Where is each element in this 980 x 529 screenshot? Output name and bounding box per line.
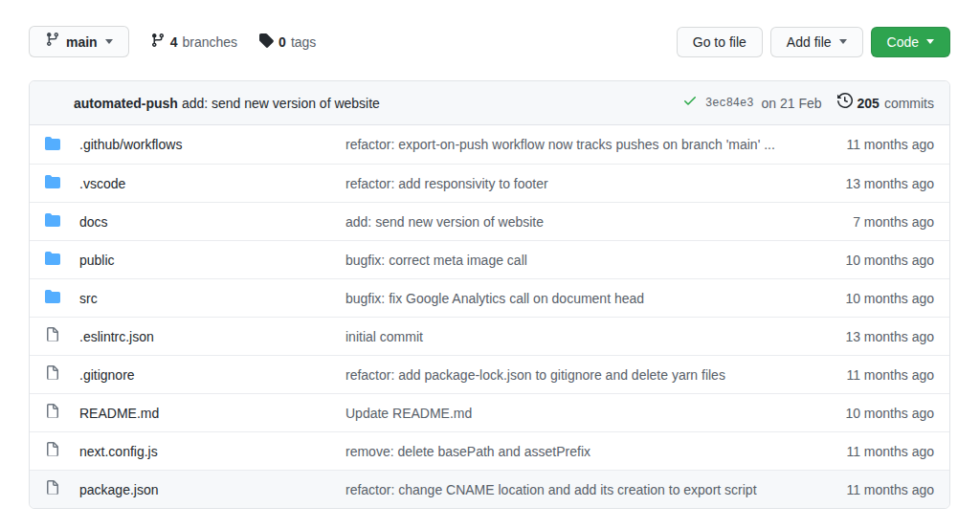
file-name-link[interactable]: README.md: [79, 406, 330, 421]
latest-commit-meta: 3ec84e3 on 21 Feb 205 commits: [682, 93, 934, 113]
row-icon-cell: [45, 404, 64, 422]
check-icon[interactable]: [682, 93, 698, 113]
tag-icon: [258, 33, 274, 51]
file-browser-box: automated-pushadd: send new version of w…: [29, 80, 950, 509]
commits-label: commits: [884, 94, 934, 113]
add-file-label: Add file: [787, 33, 832, 52]
file-commit-message-link[interactable]: Update README.md: [345, 406, 794, 421]
branch-selector-button[interactable]: main: [29, 26, 129, 57]
file-name-link[interactable]: public: [79, 253, 330, 268]
file-name-link[interactable]: docs: [79, 214, 330, 230]
file-age: 10 months ago: [810, 291, 934, 306]
file-age: 11 months ago: [810, 367, 934, 383]
file-name-link[interactable]: .eslintrc.json: [79, 329, 330, 344]
row-icon-cell: [45, 251, 64, 269]
file-name-link[interactable]: next.config.js: [79, 444, 330, 459]
file-icon: [45, 365, 60, 384]
add-file-button[interactable]: Add file: [770, 27, 863, 57]
commit-message-link[interactable]: add: send new version of website: [182, 96, 380, 111]
folder-icon: [45, 289, 60, 307]
file-commit-message-link[interactable]: remove: delete basePath and assetPrefix: [345, 444, 794, 459]
table-row: src bugfix: fix Google Analytics call on…: [30, 278, 949, 317]
folder-icon: [45, 174, 60, 192]
file-age: 10 months ago: [810, 406, 934, 421]
file-commit-message-link[interactable]: refactor: change CNAME location and add …: [345, 482, 794, 497]
table-row: .gitignore refactor: add package-lock.js…: [30, 355, 949, 393]
table-row: package.json refactor: change CNAME loca…: [30, 470, 949, 508]
commit-sha-link[interactable]: 3ec84e3: [705, 94, 753, 113]
folder-icon: [45, 136, 60, 154]
file-commit-message-link[interactable]: add: send new version of website: [345, 214, 794, 230]
file-age: 11 months ago: [810, 482, 934, 497]
toolbar-right: Go to file Add file Code: [677, 27, 950, 57]
file-commit-message-link[interactable]: refactor: export-on-push workflow now tr…: [345, 137, 794, 152]
repo-page: main 4 branches 0 tags Go to file: [29, 26, 950, 509]
chevron-down-icon: [926, 39, 934, 44]
branches-label: branches: [182, 34, 237, 50]
file-commit-message-link[interactable]: refactor: add responsivity to footer: [345, 176, 794, 191]
chevron-down-icon: [839, 39, 847, 44]
file-icon: [45, 480, 60, 498]
file-age: 7 months ago: [810, 214, 934, 230]
file-age: 11 months ago: [810, 137, 934, 152]
row-icon-cell: [45, 327, 64, 345]
row-icon-cell: [45, 365, 64, 384]
git-branch-icon: [150, 33, 166, 51]
folder-icon: [45, 212, 60, 231]
file-icon: [45, 327, 60, 345]
file-commit-message-link[interactable]: bugfix: fix Google Analytics call on doc…: [345, 291, 794, 306]
code-button[interactable]: Code: [871, 27, 950, 57]
row-icon-cell: [45, 174, 64, 192]
current-branch-label: main: [66, 33, 98, 52]
go-to-file-button[interactable]: Go to file: [677, 27, 763, 57]
repo-toolbar: main 4 branches 0 tags Go to file: [29, 26, 950, 57]
go-to-file-label: Go to file: [693, 33, 746, 52]
file-name-link[interactable]: .gitignore: [79, 367, 330, 383]
commit-date: on 21 Feb: [761, 94, 821, 113]
toolbar-left: main 4 branches 0 tags: [29, 26, 316, 57]
file-age: 13 months ago: [810, 176, 934, 191]
file-commit-message-link[interactable]: bugfix: correct meta image call: [345, 253, 794, 268]
latest-commit-summary: automated-pushadd: send new version of w…: [74, 94, 380, 113]
table-row: .github/workflows refactor: export-on-pu…: [30, 125, 949, 164]
file-age: 13 months ago: [810, 329, 934, 344]
tags-link[interactable]: 0 tags: [258, 33, 316, 51]
file-name-link[interactable]: package.json: [79, 482, 330, 497]
row-icon-cell: [45, 442, 64, 460]
file-age: 10 months ago: [810, 253, 934, 268]
git-branch-icon: [45, 32, 60, 52]
file-commit-message-link[interactable]: initial commit: [345, 329, 794, 344]
row-icon-cell: [45, 480, 64, 498]
code-button-label: Code: [887, 33, 919, 52]
table-row: public bugfix: correct meta image call 1…: [30, 240, 949, 278]
latest-commit-bar: automated-pushadd: send new version of w…: [30, 81, 949, 125]
file-icon: [45, 442, 60, 460]
table-row: docs add: send new version of website 7 …: [30, 202, 949, 240]
file-table-body: .github/workflows refactor: export-on-pu…: [30, 125, 949, 508]
chevron-down-icon: [105, 39, 113, 44]
file-name-link[interactable]: .github/workflows: [79, 137, 330, 152]
table-row: .vscode refactor: add responsivity to fo…: [30, 164, 949, 202]
history-icon: [837, 93, 853, 113]
table-row: .eslintrc.json initial commit 13 months …: [30, 317, 949, 355]
folder-icon: [45, 251, 60, 269]
commits-count: 205: [858, 94, 880, 113]
tags-count: 0: [278, 34, 286, 50]
tags-label: tags: [291, 34, 316, 50]
row-icon-cell: [45, 136, 64, 154]
table-row: README.md Update README.md 10 months ago: [30, 393, 949, 431]
file-icon: [45, 404, 60, 422]
table-row: next.config.js remove: delete basePath a…: [30, 431, 949, 470]
row-icon-cell: [45, 289, 64, 307]
commit-author-link[interactable]: automated-push: [74, 96, 178, 111]
file-commit-message-link[interactable]: refactor: add package-lock.json to gitig…: [345, 367, 794, 383]
commits-history-link[interactable]: 205 commits: [837, 93, 934, 113]
file-name-link[interactable]: src: [79, 291, 330, 306]
file-age: 11 months ago: [810, 444, 934, 459]
branches-count: 4: [170, 34, 178, 50]
branches-link[interactable]: 4 branches: [150, 33, 237, 51]
file-name-link[interactable]: .vscode: [79, 176, 330, 191]
row-icon-cell: [45, 212, 64, 231]
